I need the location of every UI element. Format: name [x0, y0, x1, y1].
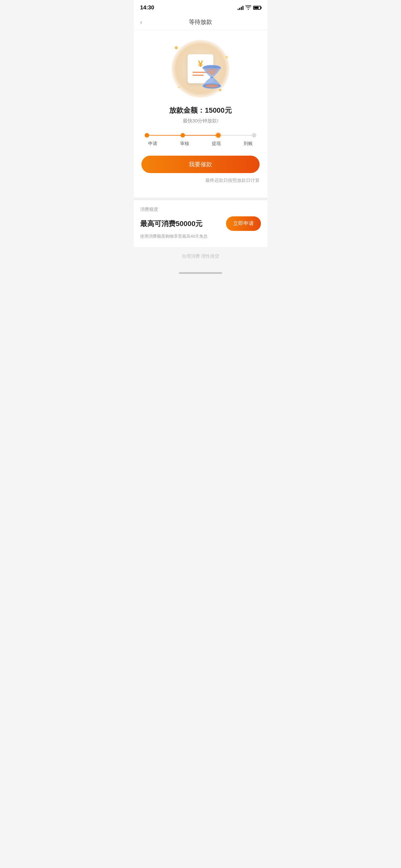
- consumption-card: 消费额度 最高可消费50000元 立即申请 使用消费额度购物享受最高40天免息: [134, 200, 267, 247]
- repay-note: 最终还款日按照放款日计算: [142, 178, 259, 190]
- status-icons: [238, 5, 261, 11]
- progress-label-2: 审核: [177, 141, 193, 147]
- progress-labels: 申请 审核 提现 到账: [145, 141, 256, 147]
- nav-bar: ‹ 等待放款: [134, 14, 267, 30]
- hourglass-wrapper: ¥: [188, 54, 213, 83]
- page-title: 等待放款: [189, 18, 212, 26]
- apply-button[interactable]: 立即申请: [226, 216, 261, 231]
- progress-dot-1: [145, 133, 149, 137]
- progress-dot-2: [181, 133, 185, 137]
- amount-prefix: 放款金额：: [169, 106, 205, 114]
- main-content: ¥: [134, 30, 267, 197]
- signal-icon: [238, 5, 243, 10]
- progress-section: 申请 审核 提现 到账: [145, 133, 256, 147]
- status-time: 14:30: [140, 4, 154, 11]
- consumption-desc: 使用消费额度购物享受最高40天免息: [140, 234, 261, 239]
- progress-dot-4: [252, 133, 256, 137]
- svg-point-3: [205, 84, 218, 88]
- progress-dot-3: [216, 133, 220, 137]
- decoration-dot-1: [175, 46, 178, 50]
- section-divider: [134, 197, 267, 200]
- back-button[interactable]: ‹: [139, 17, 144, 27]
- amount-section: 放款金额：15000元 最快30分钟放款!: [142, 105, 259, 124]
- consumption-label: 消费额度: [140, 207, 261, 213]
- consumption-row: 最高可消费50000元 立即申请: [140, 216, 261, 231]
- footer-note: 合理消费 理性借贷: [134, 247, 267, 269]
- decoration-dot-2: [225, 56, 228, 58]
- amount-subtitle: 最快30分钟放款!: [142, 118, 259, 124]
- progress-label-4: 到账: [240, 141, 256, 147]
- home-indicator: [179, 272, 222, 274]
- progress-track: [145, 133, 256, 137]
- footer-text: 合理消费 理性借贷: [182, 253, 219, 259]
- wifi-icon: [245, 5, 251, 11]
- hourglass-icon: [201, 64, 223, 90]
- battery-icon: [253, 6, 261, 10]
- consumption-amount: 最高可消费50000元: [140, 219, 203, 228]
- amount-title: 放款金额：15000元: [142, 105, 259, 115]
- illustration: ¥: [142, 40, 259, 98]
- progress-label-1: 申请: [145, 141, 161, 147]
- decoration-dot-3: [178, 86, 180, 88]
- progress-label-3: 提现: [208, 141, 224, 147]
- amount-value: 15000元: [205, 106, 232, 114]
- status-bar: 14:30: [134, 0, 267, 14]
- illustration-bg: ¥: [172, 40, 229, 98]
- urge-button[interactable]: 我要催款: [142, 156, 259, 173]
